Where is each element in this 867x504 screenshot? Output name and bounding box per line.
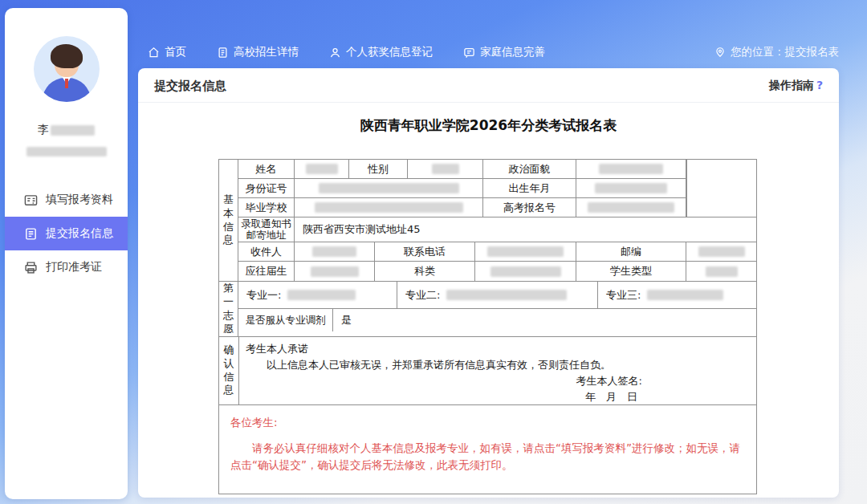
value-zip — [686, 242, 756, 261]
value-grad-status — [295, 262, 375, 281]
table-row: 姓名 性别 政治面貌 — [238, 160, 756, 179]
sidebar: 李 填写报考资料 提交报名信息 打印准考证 — [5, 8, 128, 499]
value-student-type — [686, 262, 756, 281]
value-school — [295, 198, 483, 217]
sidebar-item-print-ticket[interactable]: 打印准考证 — [5, 250, 128, 284]
label-major-3: 专业三: — [606, 288, 641, 303]
confirm-statement-cell: 考生本人承诺 以上信息本人已审核无误，并郑重承诺所有信息真实有效，否则责任自负。… — [239, 337, 756, 404]
redacted-value — [319, 183, 459, 193]
redacted-value — [706, 266, 738, 277]
nav-item-college-detail[interactable]: 高校招生详情 — [217, 45, 299, 59]
content-header: 提交报名信息 操作指南? — [138, 68, 839, 103]
section-confirm-info: 确认信息 考生本人承诺 以上信息本人已审核无误，并郑重承诺所有信息真实有效，否则… — [219, 337, 756, 405]
file-icon — [217, 47, 229, 59]
redacted-value — [446, 290, 567, 300]
redacted-value — [306, 164, 338, 174]
sidebar-item-label: 填写报考资料 — [46, 193, 113, 207]
label-subject-type: 科类 — [375, 262, 475, 281]
section-label-first-choice: 第一志愿 — [219, 282, 238, 336]
section-label-basic: 基本信息 — [219, 160, 238, 281]
redacted-value — [312, 246, 356, 257]
label-recipient: 收件人 — [238, 242, 295, 261]
value-recipient — [295, 242, 375, 261]
notice-title: 各位考生: — [230, 414, 745, 431]
sidebar-menu: 填写报考资料 提交报名信息 打印准考证 — [5, 183, 128, 284]
candidate-notice: 各位考生: 请务必认真仔细核对个人基本信息及报考专业，如有误，请点击“填写报考资… — [219, 405, 756, 494]
user-name: 李 — [5, 123, 128, 137]
registration-form-table: 基本信息 姓名 性别 政治面貌 身份证号 出生年月 — [218, 159, 757, 494]
label-id-number: 身份证号 — [238, 179, 295, 197]
signature-label: 考生本人签名: — [246, 373, 748, 389]
operation-guide-label: 操作指南 — [769, 79, 814, 91]
top-nav: 首页 高校招生详情 个人获奖信息登记 家庭信息完善 您的位置：提交报名表 — [148, 42, 839, 63]
major-1-cell: 专业一: — [238, 282, 397, 308]
label-zip: 邮编 — [576, 242, 686, 261]
redacted-value — [311, 266, 359, 277]
promise-body: 以上信息本人已审核无误，并郑重承诺所有信息真实有效，否则责任自负。 — [246, 357, 748, 373]
table-row: 毕业学校 高考报名号 — [238, 198, 756, 217]
value-political — [576, 160, 686, 178]
label-exam-number: 高考报名号 — [483, 198, 576, 217]
location-pin-icon — [714, 47, 726, 58]
redacted-value — [698, 246, 745, 257]
redacted-value — [26, 147, 107, 156]
label-gender: 性别 — [349, 160, 408, 178]
value-subject-type — [475, 262, 576, 281]
label-adjust: 是否服从专业调剂 — [238, 309, 333, 331]
table-row: 专业一: 专业二: 专业三: — [238, 282, 756, 309]
label-phone: 联系电话 — [375, 242, 475, 261]
sidebar-item-submit-info[interactable]: 提交报名信息 — [5, 217, 128, 250]
value-adjust: 是 — [333, 309, 756, 331]
label-major-1: 专业一: — [246, 288, 281, 303]
operation-guide-link[interactable]: 操作指南? — [769, 79, 823, 93]
redacted-value — [287, 290, 356, 300]
question-mark-icon: ? — [816, 79, 823, 91]
form-title: 陕西青年职业学院2026年分类考试报名表 — [138, 116, 839, 135]
redacted-value — [315, 202, 463, 213]
major-2-cell: 专业二: — [397, 282, 598, 308]
chat-icon — [463, 47, 475, 59]
redacted-value — [487, 246, 564, 257]
table-row: 考生本人承诺 以上信息本人已审核无误，并郑重承诺所有信息真实有效，否则责任自负。… — [239, 337, 756, 404]
id-card-icon — [24, 193, 38, 207]
redacted-value — [595, 183, 667, 193]
label-student-type: 学生类型 — [576, 262, 686, 281]
label-name: 姓名 — [238, 160, 295, 178]
main-content-card: 提交报名信息 操作指南? 陕西青年职业学院2026年分类考试报名表 基本信息 姓… — [138, 68, 839, 498]
nav-item-label: 个人获奖信息登记 — [346, 45, 433, 59]
label-political: 政治面貌 — [483, 160, 576, 178]
breadcrumb-location: 您的位置：提交报名表 — [714, 45, 839, 59]
section-label-confirm: 确认信息 — [219, 337, 239, 404]
redacted-value — [51, 125, 95, 136]
label-school: 毕业学校 — [238, 198, 295, 217]
nav-item-label: 家庭信息完善 — [480, 45, 545, 59]
table-row: 应往届生 科类 学生类型 — [238, 262, 756, 281]
avatar-tie — [65, 79, 68, 88]
sidebar-item-label: 打印准考证 — [46, 260, 102, 274]
breadcrumb-label: 您的位置：提交报名表 — [731, 45, 839, 59]
redacted-value — [599, 164, 663, 174]
document-icon — [24, 227, 38, 241]
label-grad-status: 应往届生 — [238, 262, 295, 281]
section-first-choice: 第一志愿 专业一: 专业二: 专业三: 是否服从专业调剂 是 — [219, 282, 756, 337]
printer-icon — [24, 261, 38, 274]
redacted-value — [432, 164, 459, 174]
table-row: 录取通知书邮寄地址 陕西省西安市测试地址45 — [238, 217, 756, 242]
value-gender — [408, 160, 483, 178]
redacted-value — [647, 290, 723, 300]
photo-cell — [686, 160, 756, 217]
label-birth: 出生年月 — [483, 179, 576, 197]
nav-item-award-register[interactable]: 个人获奖信息登记 — [329, 45, 433, 59]
table-row: 是否服从专业调剂 是 — [238, 309, 756, 331]
user-name-prefix: 李 — [38, 123, 49, 136]
value-birth — [576, 179, 686, 197]
value-phone — [475, 242, 576, 261]
avatar-hair — [51, 44, 83, 68]
nav-item-home[interactable]: 首页 — [148, 45, 186, 59]
nav-item-family-info[interactable]: 家庭信息完善 — [463, 45, 545, 59]
table-row: 收件人 联系电话 邮编 — [238, 242, 756, 262]
page-title: 提交报名信息 — [154, 79, 226, 94]
section-notice: 各位考生: 请务必认真仔细核对个人基本信息及报考专业，如有误，请点击“填写报考资… — [219, 405, 756, 494]
nav-item-label: 高校招生详情 — [234, 45, 299, 59]
sidebar-item-fill-info[interactable]: 填写报考资料 — [5, 183, 128, 217]
